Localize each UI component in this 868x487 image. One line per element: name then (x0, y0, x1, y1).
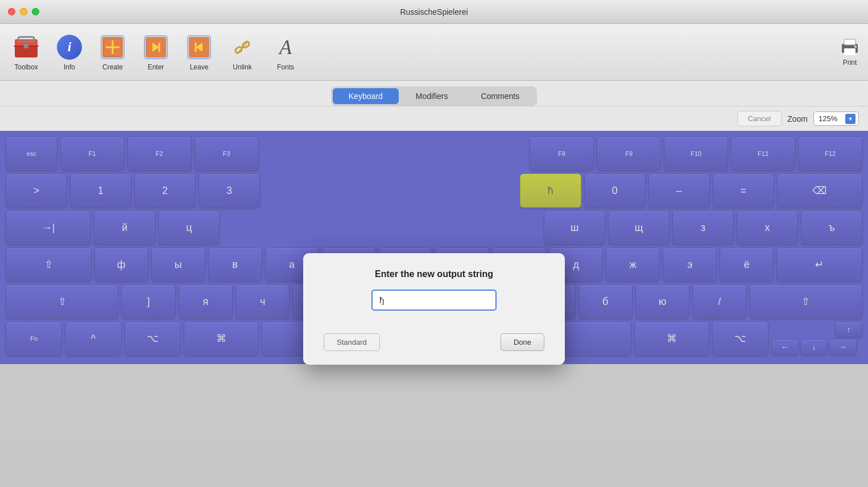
tab-comments[interactable]: Comments (465, 88, 536, 104)
svg-rect-23 (844, 48, 855, 55)
leave-label: Leave (190, 63, 209, 71)
zoom-select[interactable]: 125% 100% 75% 150% (813, 112, 859, 126)
print-icon (840, 38, 860, 56)
zoom-label: Zoom (787, 114, 808, 123)
print-label: Print (843, 59, 857, 67)
enter-label: Enter (148, 63, 164, 71)
create-icon (99, 34, 126, 61)
modal-dialog: Enter the new output string Standard Don… (303, 253, 565, 365)
toolbar-enter[interactable]: Enter (135, 30, 176, 75)
modal-buttons: Standard Done (324, 333, 544, 351)
tabs-area: Keyboard Modifiers Comments (0, 81, 868, 106)
tabs-container: Keyboard Modifiers Comments (331, 86, 537, 106)
app-window: RussischeSpielerei Toolbox i (0, 0, 868, 487)
tab-keyboard[interactable]: Keyboard (333, 88, 399, 104)
toolbox-label: Toolbox (14, 63, 38, 71)
maximize-button[interactable] (32, 8, 39, 15)
modal-overlay: Enter the new output string Standard Don… (0, 131, 868, 487)
leave-icon (185, 34, 213, 61)
info-icon: i (56, 34, 83, 61)
cancel-button[interactable]: Cancel (737, 111, 782, 126)
info-label: Info (64, 63, 75, 71)
close-button[interactable] (8, 8, 15, 15)
toolbar-print[interactable]: Print (840, 38, 860, 67)
done-button[interactable]: Done (501, 333, 544, 351)
keyboard-section: Enter the new output string Standard Don… (0, 131, 868, 487)
modal-input[interactable] (371, 290, 497, 311)
toolbar-leave[interactable]: Leave (179, 30, 220, 75)
create-label: Create (102, 63, 123, 71)
svg-rect-24 (844, 39, 855, 45)
controls-bar: Cancel Zoom 125% 100% 75% 150% (0, 106, 868, 131)
zoom-wrapper: 125% 100% 75% 150% (813, 112, 859, 126)
svg-rect-4 (24, 44, 28, 48)
enter-icon (142, 34, 170, 61)
svg-rect-25 (854, 46, 857, 48)
content-area: Keyboard Modifiers Comments Cancel Zoom … (0, 81, 868, 487)
toolbar-create[interactable]: Create (92, 30, 133, 75)
minimize-button[interactable] (20, 8, 27, 15)
unlink-icon (229, 34, 256, 61)
window-controls (8, 8, 39, 15)
toolbar-fonts[interactable]: A Fonts (265, 30, 306, 75)
window-title: RussischeSpielerei (400, 7, 468, 16)
modal-title: Enter the new output string (324, 269, 544, 279)
unlink-label: Unlink (233, 63, 251, 71)
toolbar: Toolbox i Info Create (0, 24, 868, 81)
toolbox-icon (13, 34, 40, 61)
fonts-label: Fonts (277, 63, 294, 71)
toolbar-info[interactable]: i Info (49, 30, 90, 75)
titlebar: RussischeSpielerei (0, 0, 868, 24)
toolbar-unlink[interactable]: Unlink (222, 30, 263, 75)
toolbar-toolbox[interactable]: Toolbox (6, 30, 47, 75)
fonts-icon: A (272, 34, 299, 61)
tab-modifiers[interactable]: Modifiers (400, 88, 464, 104)
standard-button[interactable]: Standard (324, 333, 380, 351)
